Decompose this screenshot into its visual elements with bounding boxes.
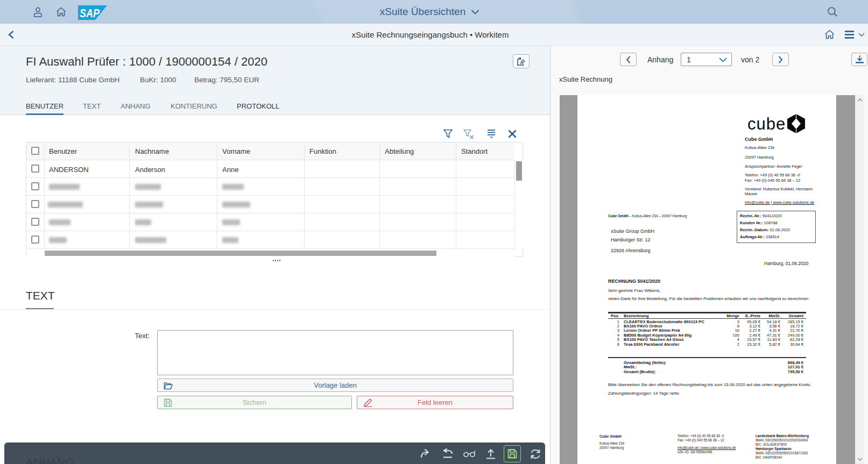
svg-text:SAP: SAP <box>80 6 100 20</box>
svg-text:cube: cube <box>747 115 786 133</box>
